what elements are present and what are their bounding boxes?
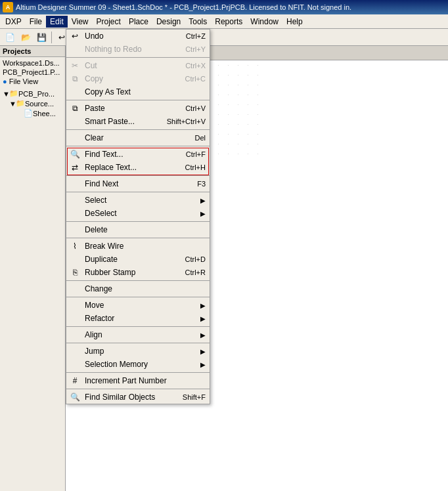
menu-item-edit[interactable]: Edit [46,16,68,28]
menu-label-rubberstamp: Rubber Stamp [85,268,135,277]
menu-entry-rubberstamp[interactable]: ⎘Rubber StampCtrl+R [66,266,210,279]
menu-entry-clear[interactable]: ClearDel [66,131,210,144]
submenu-arrow-refactor: ▶ [200,315,206,322]
menu-sep-sep1 [66,57,210,58]
menu-icon-findsimilar: 🔍 [69,391,81,403]
panel-content: Workspace1.Ds... PCB_Project1.P... ● Fil… [0,57,65,119]
menu-entry-selectionmemory[interactable]: Selection Memory▶ [66,358,210,371]
menu-entry-duplicate[interactable]: DuplicateCtrl+D [66,253,210,266]
menu-entry-move[interactable]: Move▶ [66,299,210,312]
menu-icon-paste: ⧉ [69,102,81,114]
menu-label-replacetext: Replace Text... [85,163,137,172]
menu-entry-select[interactable]: Select▶ [66,194,210,207]
pcb-project-item[interactable]: PCB_Project1.P... [1,68,64,77]
submenu-arrow-align: ▶ [200,331,206,339]
menu-item-tools[interactable]: Tools [185,16,211,28]
menu-label-align: Align [85,330,102,339]
menu-entry-delete[interactable]: Delete [66,223,210,236]
menu-entry-paste[interactable]: ⧉PasteCtrl+V [66,102,210,115]
menu-icon-findtext: 🔍 [69,148,81,160]
menu-label-select: Select [85,196,106,205]
workspace-item[interactable]: Workspace1.Ds... [1,58,64,68]
menu-entry-copy: ⧉CopyCtrl+C [66,72,210,85]
menu-label-change: Change [85,284,112,293]
submenu-arrow-select: ▶ [200,197,206,204]
submenu-arrow-jump: ▶ [200,348,206,355]
expand-icon2: ▼ [9,100,16,108]
sheet-label: Shee... [33,110,56,117]
menu-item-design[interactable]: Design [152,16,185,28]
menu-label-delete: Delete [85,225,108,234]
menu-label-smartpaste: Smart Paste... [85,117,135,126]
menu-shortcut-copy: Ctrl+C [172,75,206,83]
menu-sep-sep4 [66,146,210,146]
menu-entry-findtext[interactable]: 🔍Find Text...Ctrl+F [66,148,210,161]
menu-label-copy: Copy [85,74,103,83]
menu-item-file[interactable]: File [26,16,46,28]
menu-sep-sep8 [66,238,210,238]
menu-item-reports[interactable]: Reports [211,16,246,28]
menu-label-undo: Undo [85,32,104,41]
source-tree[interactable]: ▼ 📁 Source... [1,98,64,108]
menu-item-place[interactable]: Place [125,16,152,28]
menu-icon-cut: ✂ [69,60,81,72]
menu-shortcut-smartpaste: Shift+Ctrl+V [154,117,206,125]
sheet-icon: 📄 [24,109,33,117]
submenu-arrow-deselect: ▶ [200,210,206,217]
menu-entry-smartpaste[interactable]: Smart Paste...Shift+Ctrl+V [66,115,210,128]
toolbar-open[interactable]: 📂 [18,30,33,45]
menu-sep-sep5 [66,175,210,176]
expand-icon: ▼ [3,90,9,98]
menu-item-window[interactable]: Window [246,16,282,28]
menu-entry-findsimilar[interactable]: 🔍Find Similar ObjectsShift+F [66,391,210,404]
menu-entry-jump[interactable]: Jump▶ [66,345,210,358]
menu-entry-replacetext[interactable]: ⇄Replace Text...Ctrl+H [66,161,210,174]
menu-icon-rubberstamp: ⎘ [69,267,81,278]
menu-shortcut-paste: Ctrl+V [172,104,206,112]
menu-label-clear: Clear [85,133,104,142]
menu-shortcut-undo: Ctrl+Z [173,32,206,40]
toolbar-new[interactable]: 📄 [3,30,17,45]
menu-item-project[interactable]: Project [93,16,125,28]
sheet-tree[interactable]: 📄 Shee... [1,108,64,118]
left-panel: Projects Workspace1.Ds... PCB_Project1.P… [0,46,66,491]
menu-shortcut-findsimilar: Shift+F [169,393,206,401]
menu-sep-sep3 [66,129,210,130]
menu-label-move: Move [85,301,104,310]
menu-label-selectionmemory: Selection Memory [85,360,148,369]
menu-label-deselect: DeSelect [85,209,117,218]
menu-entry-align[interactable]: Align▶ [66,328,210,341]
menu-item-view[interactable]: View [68,16,93,28]
toolbar-save[interactable]: 💾 [34,30,49,45]
menu-sep-sep13 [66,372,210,373]
menu-sep-sep12 [66,343,210,343]
menu-item-dxp[interactable]: DXP [1,16,26,28]
menu-label-copyastext: Copy As Text [85,87,131,96]
menu-entry-deselect[interactable]: DeSelect▶ [66,207,210,220]
toolbar-sep-1 [51,32,52,43]
menu-entry-refactor[interactable]: Refactor▶ [66,312,210,325]
file-view-item[interactable]: ● File View [1,77,64,86]
menu-shortcut-replacetext: Ctrl+H [172,163,206,171]
menu-entry-breakwire[interactable]: ⌇Break Wire [66,240,210,253]
menu-entry-copyastext[interactable]: Copy As Text [66,85,210,98]
menu-label-findnext: Find Next [85,179,118,188]
panel-header: Projects [0,46,65,57]
menu-entry-findnext[interactable]: Find NextF3 [66,177,210,190]
pcb-proj-tree[interactable]: ▼ 📁 PCB_Pro... [1,89,64,98]
menu-item-help[interactable]: Help [282,16,307,28]
menu-shortcut-redo: Ctrl+Y [172,45,206,53]
app-icon: A [3,2,13,12]
menu-shortcut-findnext: F3 [184,180,206,188]
menu-sep-sep7 [66,221,210,222]
menu-shortcut-rubberstamp: Ctrl+R [172,268,206,276]
menu-sep-sep10 [66,297,210,297]
menu-label-findtext: Find Text... [85,150,123,159]
menu-label-cut: Cut [85,61,97,70]
menu-icon-incrementpartnumber: # [69,375,81,387]
source-label: Source... [25,100,54,108]
menu-icon-copy: ⧉ [69,73,81,85]
menu-entry-incrementpartnumber[interactable]: #Increment Part Number [66,374,210,387]
menu-entry-undo[interactable]: ↩UndoCtrl+Z [66,30,210,43]
menu-entry-change[interactable]: Change [66,282,210,295]
